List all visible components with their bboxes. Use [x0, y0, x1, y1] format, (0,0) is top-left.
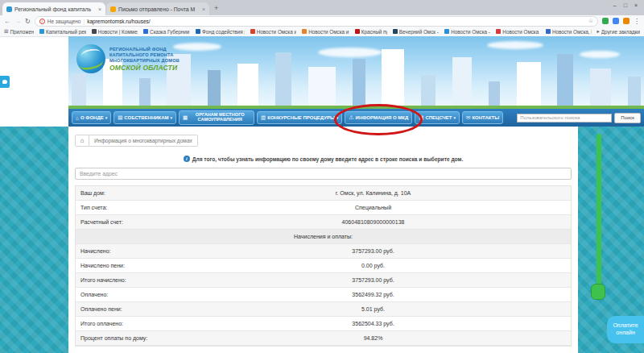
bookmark-item[interactable]: Новости Омска, Ка...: [546, 29, 592, 35]
bookmark-label: Новости Омска и О...: [308, 29, 349, 35]
extension-icon[interactable]: [623, 18, 630, 24]
nav-informaciya-o-mkd[interactable]: ⚠ ИНФОРМАЦИЯ О МКД: [345, 111, 412, 124]
table-row: Процент оплаты по дому: 94.82%: [76, 331, 571, 346]
nav-icon: ⌂: [76, 115, 79, 121]
bookmark-apps[interactable]: ⊞ Приложения: [4, 28, 34, 35]
bird-glyph: [2, 80, 7, 84]
row-label: Итого оплачено:: [76, 321, 175, 326]
twitter-icon[interactable]: [0, 76, 10, 88]
logo-line: РЕГИОНАЛЬНЫЙ ФОНД: [109, 47, 180, 52]
tab-close-icon[interactable]: ×: [98, 6, 101, 12]
pay-online-label: онлайн: [616, 330, 635, 337]
site-favicon-icon: [6, 6, 12, 12]
row-value: 5.01 руб.: [175, 306, 571, 312]
window-close-button[interactable]: ×: [634, 2, 638, 8]
row-value: г. Омск, ул. Калинина, д. 10А: [175, 190, 571, 196]
nav-icon: ▦: [183, 115, 188, 121]
green-scrollbar-track[interactable]: [597, 134, 601, 295]
building: [308, 67, 336, 106]
logo-globe-icon: [76, 44, 105, 73]
nav-specschet[interactable]: ▣ СПЕЦСЧЕТ ▾: [415, 111, 460, 124]
nav-search: Поиск: [517, 113, 641, 123]
nav-organam-msu[interactable]: ▦ ОРГАНАМ МЕСТНОГО САМОУПРАВЛЕНИЯ: [179, 110, 254, 125]
bookmark-label: Красный путь: [361, 29, 387, 35]
window-controls: – □ ×: [613, 0, 644, 8]
site-search-input[interactable]: [517, 114, 612, 123]
bookmark-item[interactable]: Капитальный ремо...: [39, 29, 86, 35]
bookmark-item[interactable]: Новости | Коммерч...: [92, 29, 138, 35]
notice-text: Для того, чтобы узнать информацию по сво…: [192, 156, 463, 162]
bookmark-item[interactable]: Новости Омска и О...: [302, 29, 349, 35]
browser-tab-mail[interactable]: Письмо отправлено - Почта M ×: [106, 2, 209, 15]
nav-icon: ▤: [118, 114, 122, 121]
browser-tab-active[interactable]: Региональный фонд капиталь ×: [2, 2, 105, 15]
extension-icon[interactable]: [602, 18, 609, 24]
tab-close-icon[interactable]: ×: [202, 6, 205, 12]
back-icon[interactable]: ←: [4, 18, 10, 25]
row-label: Ваш дом:: [76, 190, 175, 196]
nav-label: КОНКУРСНЫЕ ПРОЦЕДУРЫ: [267, 115, 335, 120]
row-label: Оплачено пени:: [76, 306, 175, 312]
building: [237, 64, 258, 106]
breadcrumb-label: Информация о многоквартирных домах: [89, 135, 198, 147]
table-row: Оплачено: 3562499.32 руб.: [76, 288, 571, 302]
browser-menu-icon[interactable]: ⋮: [634, 18, 640, 25]
nav-label: О ФОНДЕ: [80, 115, 104, 120]
address-search-input[interactable]: [75, 168, 572, 180]
bookmark-item[interactable]: Вечерний Омск - Н...: [393, 29, 439, 35]
nav-label: СОБСТВЕННИКАМ: [124, 115, 168, 120]
row-label: Начислено:: [76, 248, 175, 254]
refresh-icon[interactable]: ↻: [25, 18, 31, 25]
bookmark-item[interactable]: Новости Омска - Н...: [444, 29, 490, 35]
bookmark-favicon-icon: [496, 29, 501, 34]
mail-favicon-icon: [110, 6, 116, 12]
bookmark-item[interactable]: Фонд содействия ре...: [196, 29, 245, 35]
row-value: Специальный: [175, 205, 571, 210]
nav-konkursnye-procedury[interactable]: ▥ КОНКУРСНЫЕ ПРОЦЕДУРЫ ▾: [257, 111, 342, 124]
table-row: Итого начислено: 3757293.00 руб.: [76, 273, 571, 288]
url-omnibox[interactable]: i Не защищено | kapremontomsk.ru/houses/…: [35, 16, 598, 27]
nav-o-fonde[interactable]: ⌂ О ФОНДЕ ▾: [72, 111, 111, 124]
other-bookmarks-button[interactable]: ▸ Другие закладки: [597, 28, 640, 35]
site-search-button[interactable]: Поиск: [614, 113, 641, 123]
tab-title: Региональный фонд капиталь: [14, 6, 96, 12]
extension-icon[interactable]: [613, 18, 619, 24]
pay-online-button[interactable]: Оплатите онлайн: [607, 316, 644, 343]
bookmark-label: Вечерний Омск - Н...: [399, 29, 439, 35]
bookmark-favicon-icon: [444, 29, 449, 34]
page-url: kapremontomsk.ru/houses/: [87, 19, 150, 24]
chevron-down-icon: ▾: [171, 115, 173, 120]
green-scrollbar-thumb[interactable]: [591, 284, 605, 300]
row-label: Начислено пени:: [76, 263, 175, 268]
site-logo[interactable]: РЕГИОНАЛЬНЫЙ ФОНД КАПИТАЛЬНОГО РЕМОНТА М…: [76, 44, 180, 73]
browser-tab-strip: Региональный фонд капиталь × Письмо отпр…: [0, 0, 644, 15]
forward-icon[interactable]: →: [14, 18, 21, 25]
notice: i Для того, чтобы узнать информацию по с…: [75, 156, 572, 162]
bookmark-favicon-icon: [302, 29, 307, 34]
nav-sobstvennikam[interactable]: ▤ СОБСТВЕННИКАМ ▾: [114, 111, 176, 124]
nav-icon: ✉: [466, 114, 470, 121]
window-minimize-button[interactable]: –: [613, 2, 617, 8]
nav-kontakty[interactable]: ✉ КОНТАКТЫ: [462, 111, 503, 124]
bookmark-favicon-icon: [546, 29, 551, 34]
logo-text: РЕГИОНАЛЬНЫЙ ФОНД КАПИТАЛЬНОГО РЕМОНТА М…: [109, 47, 180, 72]
bookmark-label: Новости Омска - Н...: [451, 29, 490, 35]
bookmark-item[interactable]: Новости Омска и о...: [250, 29, 296, 35]
bookmark-label: Сказка Губернии О...: [150, 29, 190, 35]
main-nav: ⌂ О ФОНДЕ ▾ ▤ СОБСТВЕННИКАМ ▾ ▦ ОРГАНАМ …: [68, 109, 644, 127]
site-info-icon[interactable]: i: [39, 19, 45, 24]
site-header-banner: РЕГИОНАЛЬНЫЙ ФОНД КАПИТАЛЬНОГО РЕМОНТА М…: [68, 36, 644, 109]
building: [628, 77, 641, 106]
building: [517, 62, 541, 106]
home-breadcrumb-button[interactable]: ⌂: [75, 135, 89, 147]
info-icon: i: [184, 156, 190, 162]
bookmark-item[interactable]: Новости Омска и ...: [496, 29, 540, 35]
bookmark-favicon-icon: [196, 29, 200, 34]
bookmark-label: Другие закладки: [601, 29, 640, 35]
bookmark-star-icon[interactable]: ☆: [588, 18, 593, 24]
window-maximize-button[interactable]: □: [624, 2, 627, 8]
bookmark-item[interactable]: Сказка Губернии О...: [143, 29, 190, 35]
bookmark-item[interactable]: Красный путь: [355, 29, 387, 35]
new-tab-button[interactable]: +: [209, 4, 223, 12]
cloud: [487, 41, 543, 49]
